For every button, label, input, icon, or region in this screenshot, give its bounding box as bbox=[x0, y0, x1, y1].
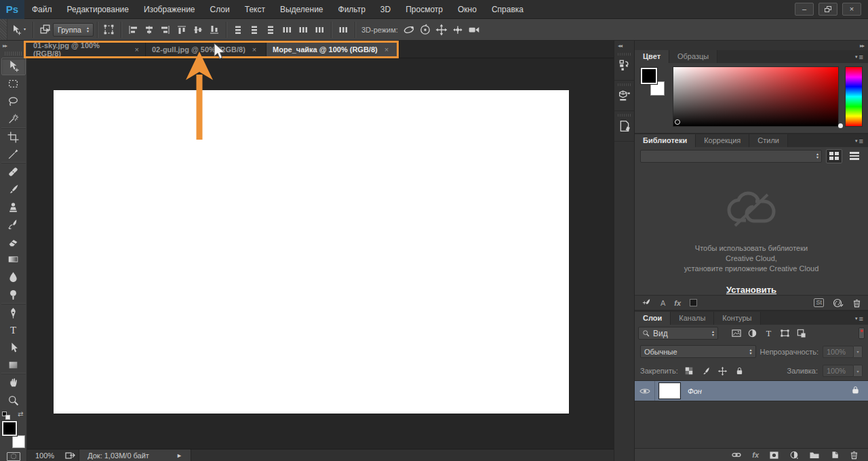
cc-sync-icon[interactable] bbox=[833, 298, 844, 308]
document-canvas[interactable] bbox=[54, 90, 569, 414]
export-icon[interactable] bbox=[61, 451, 79, 460]
filter-adjustment-layers-icon[interactable] bbox=[745, 327, 760, 340]
tab-color[interactable]: Цвет bbox=[635, 50, 669, 63]
menu-image[interactable]: Изображение bbox=[136, 0, 203, 19]
3d-pan-icon[interactable] bbox=[433, 22, 450, 37]
layer-thumbnail[interactable] bbox=[659, 383, 680, 399]
align-top-edges-icon[interactable] bbox=[174, 22, 190, 37]
tool-dodge[interactable] bbox=[1, 286, 26, 304]
lock-transparency-icon[interactable] bbox=[683, 365, 695, 377]
show-transform-controls-icon[interactable] bbox=[101, 22, 117, 37]
tab-libraries[interactable]: Библиотеки bbox=[635, 134, 696, 147]
swap-colors-icon[interactable]: ⇄ bbox=[18, 410, 23, 418]
tool-pen[interactable] bbox=[1, 304, 26, 321]
align-bottom-edges-icon[interactable] bbox=[206, 22, 222, 37]
align-horizontal-centers-icon[interactable] bbox=[141, 22, 157, 37]
add-layer-style-icon[interactable]: fx bbox=[674, 299, 681, 307]
tool-brush[interactable] bbox=[1, 180, 26, 198]
group-select[interactable]: Группа ▴▾ bbox=[53, 23, 94, 37]
canvas[interactable] bbox=[27, 58, 614, 449]
tool-path-selection[interactable] bbox=[1, 339, 26, 357]
tab-close-icon[interactable]: × bbox=[384, 45, 389, 54]
options-gripper[interactable] bbox=[0, 19, 7, 40]
menu-type[interactable]: Текст bbox=[237, 0, 273, 19]
tool-rectangle[interactable] bbox=[1, 356, 26, 374]
filter-smart-objects-icon[interactable] bbox=[794, 327, 808, 340]
zoom-level[interactable]: 100% bbox=[27, 452, 61, 460]
libraries-panel-menu-icon[interactable]: ▾≡ bbox=[855, 137, 868, 147]
adobe-stock-icon[interactable]: St bbox=[814, 298, 824, 307]
add-text-style-icon[interactable]: A bbox=[660, 299, 665, 307]
align-vertical-centers-icon[interactable] bbox=[190, 22, 206, 37]
foreground-color-swatch[interactable] bbox=[641, 68, 657, 84]
menu-filter[interactable]: Фильтр bbox=[331, 0, 373, 19]
menu-select[interactable]: Выделение bbox=[273, 0, 331, 19]
filter-shape-layers-icon[interactable] bbox=[778, 327, 792, 340]
delete-layer-icon[interactable] bbox=[850, 450, 859, 460]
tab-adjustments[interactable]: Коррекция bbox=[696, 134, 749, 147]
list-view-button[interactable] bbox=[846, 149, 863, 163]
install-link[interactable]: Установить bbox=[635, 285, 868, 295]
move-tool-preset[interactable]: ▾ bbox=[7, 24, 29, 35]
add-graphic-icon[interactable] bbox=[642, 298, 652, 308]
tool-lasso[interactable] bbox=[1, 93, 26, 111]
distribute-top-edges-icon[interactable] bbox=[230, 22, 246, 37]
tool-clone-stamp[interactable] bbox=[1, 198, 26, 216]
3d-zoom-camera-icon[interactable] bbox=[466, 22, 482, 37]
collapse-panels-icon[interactable]: ▸▸ bbox=[635, 41, 868, 50]
tool-blur[interactable] bbox=[1, 268, 26, 286]
menu-edit[interactable]: Редактирование bbox=[60, 0, 136, 19]
minimize-button[interactable]: – bbox=[795, 3, 814, 16]
history-panel-button[interactable] bbox=[614, 50, 635, 81]
3d-roll-icon[interactable] bbox=[417, 22, 433, 37]
add-color-icon[interactable] bbox=[690, 299, 697, 306]
new-layer-icon[interactable] bbox=[830, 450, 840, 460]
tool-magic-wand[interactable] bbox=[1, 111, 26, 128]
layer-row-background[interactable]: Фон bbox=[635, 381, 868, 401]
color-field-cursor[interactable] bbox=[675, 119, 680, 125]
distribute-horizontal-centers-icon[interactable] bbox=[295, 22, 311, 37]
auto-select-icon[interactable] bbox=[37, 22, 53, 37]
menu-layers[interactable]: Слои bbox=[203, 0, 237, 19]
document-tab-3-active[interactable]: Море_чайка @ 100% (RGB/8) × bbox=[267, 41, 399, 58]
menu-file[interactable]: Файл bbox=[24, 0, 60, 19]
lock-all-icon[interactable] bbox=[734, 365, 746, 377]
menu-help[interactable]: Справка bbox=[484, 0, 531, 19]
grid-view-button[interactable] bbox=[826, 149, 842, 163]
add-layer-mask-icon[interactable] bbox=[769, 451, 779, 460]
properties-panel-button[interactable] bbox=[614, 81, 635, 111]
tool-crop[interactable] bbox=[1, 128, 26, 146]
link-layers-icon[interactable] bbox=[731, 451, 742, 459]
hue-slider[interactable] bbox=[845, 66, 863, 127]
fill-dropdown-icon[interactable]: ▾ bbox=[854, 365, 863, 377]
tab-swatches[interactable]: Образцы bbox=[669, 50, 717, 63]
library-select[interactable]: ▴▾ bbox=[640, 150, 822, 163]
layer-filter-select[interactable]: Вид ▴▾ bbox=[638, 327, 718, 340]
menu-3d[interactable]: 3D bbox=[373, 0, 398, 19]
menu-view[interactable]: Просмотр bbox=[398, 0, 450, 19]
tab-layers[interactable]: Слои bbox=[635, 312, 671, 325]
layers-panel-menu-icon[interactable]: ▾≡ bbox=[855, 315, 868, 325]
document-tab-2[interactable]: 02-gull.jpg @ 50% (RGB/8) × bbox=[146, 41, 267, 58]
tool-type[interactable]: T bbox=[1, 321, 26, 339]
tool-history-brush[interactable] bbox=[1, 216, 26, 233]
tool-eyedropper[interactable] bbox=[1, 146, 26, 163]
tab-close-icon[interactable]: × bbox=[252, 45, 256, 54]
background-color-swatch[interactable] bbox=[12, 435, 25, 448]
lock-position-icon[interactable] bbox=[717, 365, 729, 377]
tool-gradient[interactable] bbox=[1, 251, 26, 268]
3d-orbit-icon[interactable] bbox=[401, 22, 417, 37]
layer-name[interactable]: Фон bbox=[688, 387, 702, 395]
distribute-vertical-centers-icon[interactable] bbox=[246, 22, 262, 37]
align-right-edges-icon[interactable] bbox=[157, 22, 174, 37]
layer-visibility-toggle[interactable] bbox=[635, 381, 655, 401]
hue-marker[interactable] bbox=[838, 123, 843, 128]
adjustment-layer-icon[interactable] bbox=[789, 450, 799, 460]
opacity-dropdown-icon[interactable]: ▾ bbox=[854, 346, 863, 358]
notes-panel-button[interactable] bbox=[614, 111, 635, 142]
tool-rectangular-marquee[interactable] bbox=[1, 75, 26, 93]
close-button[interactable]: × bbox=[842, 3, 861, 16]
distribute-bottom-edges-icon[interactable] bbox=[262, 22, 279, 37]
filter-pixel-layers-icon[interactable] bbox=[729, 327, 743, 340]
toolbar-gripper[interactable] bbox=[5, 52, 22, 56]
